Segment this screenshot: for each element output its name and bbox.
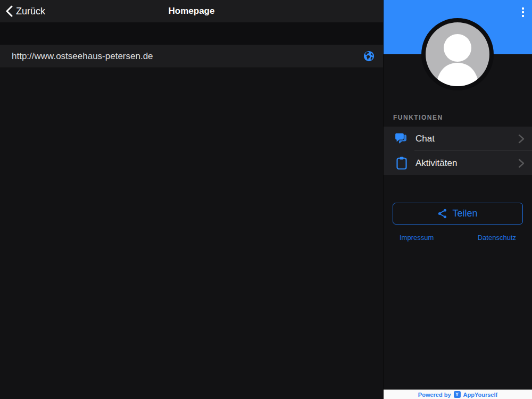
chat-icon xyxy=(394,131,409,146)
section-spacer xyxy=(0,22,383,45)
section-title: FUNKTIONEN xyxy=(384,114,532,121)
back-button-label: Zurück xyxy=(16,6,45,17)
datenschutz-link[interactable]: Datenschutz xyxy=(478,234,516,242)
share-button-label: Teilen xyxy=(452,208,477,219)
homepage-url-value: http://www.ostseehaus-petersen.de xyxy=(12,51,363,62)
chevron-right-icon xyxy=(518,134,525,144)
legal-links: Impressum Datenschutz xyxy=(384,234,532,242)
menu-item-label: Aktivitäten xyxy=(415,158,518,169)
profile-sidebar: FUNKTIONEN Chat xyxy=(383,0,532,399)
menu-item-label: Chat xyxy=(415,134,518,144)
back-button[interactable]: Zurück xyxy=(0,0,51,22)
app-screen: Zurück Homepage http://www.ostseehaus-pe… xyxy=(0,0,532,399)
chevron-right-icon xyxy=(518,159,525,168)
share-icon xyxy=(438,209,447,219)
appyourself-logo-icon: Y xyxy=(454,391,461,398)
menu-item-chat[interactable]: Chat xyxy=(384,127,532,151)
kebab-menu-icon[interactable] xyxy=(518,5,528,19)
avatar[interactable] xyxy=(421,18,494,90)
page-title: Homepage xyxy=(0,0,383,22)
navigation-bar: Zurück Homepage xyxy=(0,0,383,22)
chevron-left-icon xyxy=(5,5,13,17)
powered-by-bar[interactable]: Powered by Y AppYourself xyxy=(384,389,532,399)
menu-item-aktivitaeten[interactable]: Aktivitäten xyxy=(384,151,532,175)
powered-by-label: Powered by xyxy=(418,392,451,398)
homepage-detail-panel: Zurück Homepage http://www.ostseehaus-pe… xyxy=(0,0,383,399)
globe-icon[interactable] xyxy=(363,51,375,62)
homepage-url-row[interactable]: http://www.ostseehaus-petersen.de xyxy=(0,45,383,68)
clipboard-icon xyxy=(394,156,409,170)
functions-menu: Chat Aktivitäten xyxy=(384,127,532,175)
impressum-link[interactable]: Impressum xyxy=(400,234,434,242)
brand-name: AppYourself xyxy=(463,392,498,398)
share-button[interactable]: Teilen xyxy=(393,203,523,225)
content-area xyxy=(0,68,383,399)
